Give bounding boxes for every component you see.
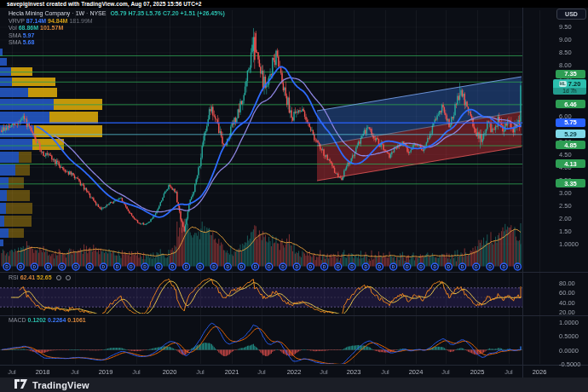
symbol-logo-chip: HL xyxy=(559,81,567,87)
separator: · xyxy=(72,10,73,16)
price-axis-label[interactable]: 4.50 xyxy=(559,151,572,159)
time-axis-label[interactable]: 2022 xyxy=(283,368,305,376)
rsi-value-1: 62.41 xyxy=(20,274,36,280)
time-axis-label[interactable]: 2023 xyxy=(343,368,365,376)
time-axis-label[interactable]: Jul xyxy=(313,368,335,376)
attribution-text: savepiginvest created with TradingView.c… xyxy=(7,1,202,7)
price-axis-label[interactable]: 1.0000 xyxy=(559,240,579,248)
price-axis-label[interactable]: 9.50 xyxy=(559,23,572,31)
current-price-value: 7.20 xyxy=(568,80,581,88)
interval-label[interactable]: 1W xyxy=(76,10,85,16)
currency-button[interactable]: USD xyxy=(556,9,586,20)
volume-legend-row[interactable]: Vol 68.86M 101.57M xyxy=(9,25,225,32)
exchange-label: NYSE xyxy=(89,10,106,16)
time-axis-label[interactable]: 2025 xyxy=(466,368,488,376)
change-value: +1.51 (+26.45%) xyxy=(181,10,225,16)
attribution-bar: savepiginvest created with TradingView.c… xyxy=(0,0,588,8)
price-level-badge[interactable]: 3.35 xyxy=(556,179,585,187)
rsi-axis-label[interactable]: 20.00 xyxy=(559,308,575,316)
macd-hist-value: 0.1202 xyxy=(28,317,46,323)
symbol-title[interactable]: Hecla Mining Company xyxy=(9,10,70,16)
eye-icon[interactable] xyxy=(56,275,61,280)
price-level-badge[interactable]: 6.46 xyxy=(556,100,585,108)
symbol-legend: Hecla Mining Company · 1W · NYSE O5.79 H… xyxy=(9,10,225,47)
time-axis-label[interactable]: 2020 xyxy=(159,368,181,376)
time-axis-label[interactable]: Jul xyxy=(189,368,211,376)
price-level-badge[interactable]: 4.13 xyxy=(556,159,585,168)
volume-label[interactable]: Vol xyxy=(9,25,17,31)
vrvp-label[interactable]: VRVP xyxy=(9,18,25,24)
price-level-badge[interactable]: 5.29 xyxy=(556,130,585,138)
price-axis-label[interactable]: 2.50 xyxy=(559,202,572,210)
close-value: 7.20 xyxy=(167,10,179,16)
price-axis-label[interactable]: 3.00 xyxy=(559,189,572,197)
rsi-legend[interactable]: RSI 62.41 52.65 xyxy=(9,274,71,280)
rsi-label[interactable]: RSI xyxy=(9,274,19,280)
vrvp-legend-row[interactable]: VRVP 87.14M 94.84M 181.99M xyxy=(9,18,225,26)
settings-icon[interactable] xyxy=(66,275,71,280)
tradingview-published-chart: { "attribution": "savepiginvest created … xyxy=(0,0,588,392)
low-value: 5.76 xyxy=(149,10,161,16)
high-value: 7.35 xyxy=(132,10,144,16)
macd-axis-label[interactable]: -0.5000 xyxy=(559,360,580,368)
sma-fast-legend-row[interactable]: SMA 5.97 xyxy=(9,32,225,40)
rsi-axis-label[interactable]: 40.00 xyxy=(559,299,575,307)
price-level-badge[interactable]: 7.35 xyxy=(556,70,585,78)
time-axis-label[interactable]: 2018 xyxy=(32,368,54,376)
macd-legend[interactable]: MACD 0.1202 0.2264 0.1061 xyxy=(9,317,86,323)
bar-countdown: 1d 7h xyxy=(553,88,586,95)
chart-overlay: Hecla Mining Company · 1W · NYSE O5.79 H… xyxy=(0,0,588,392)
price-level-badge[interactable]: 4.85 xyxy=(556,141,585,149)
sma-fast-label[interactable]: SMA xyxy=(9,32,21,38)
price-axis-label[interactable]: 8.00 xyxy=(559,61,572,69)
sma-slow-value: 5.68 xyxy=(23,39,35,45)
macd-line-value: 0.2264 xyxy=(48,317,66,323)
price-axis-label[interactable]: 8.50 xyxy=(559,49,572,56)
current-price-badge[interactable]: HL7.201d 7h xyxy=(553,79,586,95)
sma-slow-legend-row[interactable]: SMA 5.68 xyxy=(9,39,225,47)
vrvp-value-2: 94.84M xyxy=(48,18,67,24)
rsi-axis-label[interactable]: 60.00 xyxy=(559,289,575,297)
macd-axis-label[interactable]: 0.0000 xyxy=(559,347,579,355)
tradingview-brand-text[interactable]: TradingView xyxy=(32,380,89,390)
macd-signal-value: 0.1061 xyxy=(67,317,85,323)
time-axis-label[interactable]: Jul xyxy=(435,368,457,376)
time-axis-label[interactable]: 2026 xyxy=(528,368,551,376)
price-axis-label[interactable]: 2.00 xyxy=(559,215,572,222)
price-axis-label[interactable]: 9.00 xyxy=(559,36,572,43)
macd-axis-label[interactable]: 1.0000 xyxy=(559,319,579,326)
separator: · xyxy=(86,10,88,16)
macd-axis-label[interactable]: 0.5000 xyxy=(559,332,579,340)
time-axis-label[interactable]: Jul xyxy=(498,368,520,376)
rsi-axis-label[interactable]: 80.00 xyxy=(559,280,575,287)
tradingview-logo-icon[interactable] xyxy=(14,379,27,390)
macd-label[interactable]: MACD xyxy=(9,317,26,323)
sma-slow-label[interactable]: SMA xyxy=(9,39,21,45)
time-axis-label[interactable]: 2021 xyxy=(221,368,243,376)
price-axis-label[interactable]: 1.50 xyxy=(559,228,572,235)
sma-fast-value: 5.97 xyxy=(23,32,35,38)
vrvp-value-1: 87.14M xyxy=(26,18,46,24)
symbol-legend-row[interactable]: Hecla Mining Company · 1W · NYSE O5.79 H… xyxy=(9,10,225,18)
time-axis-label[interactable]: Jul xyxy=(64,368,86,376)
time-axis-label[interactable]: Jul xyxy=(125,368,147,376)
volume-value-1: 68.86M xyxy=(19,25,38,31)
time-axis-label[interactable]: Jul xyxy=(1,368,23,376)
vrvp-value-3: 181.99M xyxy=(69,18,92,24)
price-level-badge[interactable]: 5.75 xyxy=(556,118,585,127)
time-axis-label[interactable]: Jul xyxy=(251,368,273,376)
footer-bar: TradingView xyxy=(0,378,588,392)
open-value: 5.79 xyxy=(115,10,127,16)
time-axis-label[interactable]: 2019 xyxy=(95,368,117,376)
time-axis-label[interactable]: 2024 xyxy=(405,368,427,376)
rsi-value-2: 52.65 xyxy=(37,274,52,280)
volume-value-2: 101.57M xyxy=(40,25,63,31)
time-axis-label[interactable]: Jul xyxy=(374,368,396,376)
